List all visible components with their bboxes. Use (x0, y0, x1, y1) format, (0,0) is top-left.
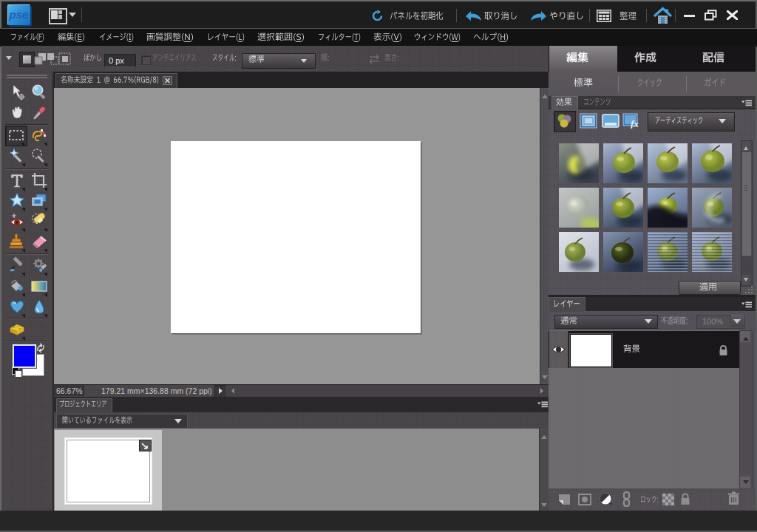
svg-text:fx: fx (631, 118, 639, 129)
